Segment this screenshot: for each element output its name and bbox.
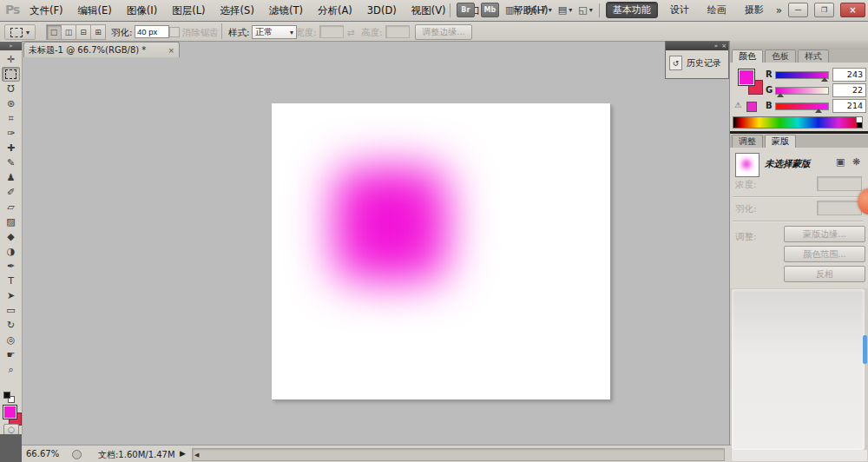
gamut-warning-icon[interactable]: ⚠ (734, 101, 741, 109)
workspace-photography-button[interactable]: 摄影 (739, 3, 770, 17)
workspace-design-button[interactable]: 设计 (664, 3, 695, 17)
tool-rectangle[interactable]: ▭ (2, 303, 20, 318)
tab-adjustments[interactable]: 调整 (732, 135, 763, 148)
tool-move[interactable]: ✛ (2, 52, 20, 67)
tool-pen[interactable]: ✒ (2, 259, 20, 274)
menu-layer[interactable]: 图层(L) (172, 4, 205, 17)
close-icon[interactable]: × (721, 42, 727, 50)
feather-input[interactable] (817, 201, 862, 215)
tool-eyedropper[interactable]: ✑ (2, 126, 20, 141)
new-selection-button[interactable]: □ (46, 24, 62, 40)
panel-collapse-icon[interactable]: » (714, 42, 718, 50)
tab-masks[interactable]: 蒙版 (765, 135, 796, 148)
tool-quick-selection[interactable]: ⊛ (2, 96, 20, 111)
horizontal-scrollbar[interactable]: ◀ (192, 448, 725, 461)
tab-swatches[interactable]: 色板 (765, 50, 796, 63)
b-value-input[interactable]: 214 (832, 99, 866, 113)
restore-button[interactable]: ❐ (814, 3, 834, 17)
scroll-left-icon[interactable]: ◀ (194, 452, 199, 459)
foreground-color-swatch[interactable] (738, 69, 755, 86)
menu-select[interactable]: 选择(S) (220, 4, 254, 17)
tool-brush[interactable]: ✎ (2, 155, 20, 170)
status-icon (72, 450, 82, 459)
menu-file[interactable]: 文件(F) (30, 4, 63, 17)
tool-history-brush[interactable]: ✐ (2, 185, 20, 200)
tool-clone-stamp[interactable]: ♟ (2, 170, 20, 185)
arrange-documents-button[interactable]: ▤▾ (558, 4, 572, 16)
workspace-painting-button[interactable]: 绘画 (701, 3, 733, 17)
tab-color[interactable]: 颜色 (732, 50, 763, 63)
tool-dodge[interactable]: ◑ (2, 244, 20, 259)
tool-3d-orbit[interactable]: ◎ (2, 333, 20, 347)
tool-lasso[interactable]: Ʊ (2, 82, 20, 96)
view-extras-button[interactable]: ▥▾ (505, 4, 519, 16)
g-value-input[interactable]: 22 (832, 83, 866, 97)
mini-bridge-button[interactable]: Mb (481, 3, 499, 17)
antialias-checkbox[interactable] (169, 27, 180, 37)
menu-view[interactable]: 视图(V) (411, 4, 446, 17)
add-vector-mask-icon[interactable]: ❋ (852, 156, 860, 168)
document-canvas[interactable] (272, 103, 610, 399)
style-dropdown[interactable]: 正常 ▾ (252, 25, 297, 39)
workspace-essentials-button[interactable]: 基本功能 (606, 2, 658, 18)
history-panel-body[interactable]: ↺ 历史记录 (666, 50, 728, 76)
subtract-from-selection-button[interactable]: ⊟ (76, 24, 91, 40)
intersect-selection-button[interactable]: ⊞ (90, 24, 106, 40)
b-slider-thumb[interactable] (815, 109, 822, 113)
r-value-input[interactable]: 243 (832, 68, 866, 82)
tab-styles[interactable]: 样式 (798, 50, 829, 63)
tool-eraser[interactable]: ▱ (2, 200, 20, 214)
add-pixel-mask-icon[interactable]: ▣ (836, 156, 845, 168)
color-range-button[interactable]: 颜色范围... (784, 246, 865, 262)
toolbox-collapse-icon[interactable]: » (0, 42, 22, 50)
document-tab[interactable]: 未标题-1 @ 66.7%(RGB/8) * × (23, 42, 180, 57)
menu-filter[interactable]: 滤镜(T) (269, 4, 303, 17)
g-slider-thumb[interactable] (777, 93, 784, 97)
color-spectrum-ramp[interactable] (733, 116, 863, 129)
divider (733, 196, 863, 197)
r-slider-thumb[interactable] (821, 77, 828, 82)
close-icon[interactable]: × (168, 46, 174, 55)
menu-analysis[interactable]: 分析(A) (318, 4, 352, 17)
add-to-selection-button[interactable]: ◫ (61, 24, 76, 40)
tool-blur[interactable]: ◆ (2, 229, 20, 244)
zoom-level-dropdown[interactable]: 66.7▾ (525, 4, 552, 16)
screen-mode-button[interactable]: ◱▾ (578, 4, 592, 16)
height-input[interactable] (385, 25, 410, 38)
width-input[interactable] (319, 25, 344, 38)
more-workspaces-chevron[interactable]: » (776, 4, 782, 16)
tool-path-selection[interactable]: ➤ (2, 288, 20, 303)
mask-thumbnail[interactable] (735, 153, 760, 177)
tool-hand[interactable]: ☛ (2, 347, 20, 362)
bridge-button[interactable]: Br (457, 3, 475, 17)
foreground-color-swatch[interactable] (3, 405, 17, 419)
feather-label: 羽化: (111, 27, 133, 39)
feather-input[interactable] (135, 25, 169, 38)
chevron-down-icon: ▾ (26, 29, 30, 36)
default-swatches-icon[interactable] (3, 392, 14, 402)
refine-edge-button[interactable]: 调整边缘... (415, 24, 472, 40)
tool-spot-healing-brush[interactable]: ✚ (2, 141, 20, 155)
status-menu-arrow-icon[interactable]: ▶ (180, 449, 186, 458)
close-button[interactable]: × (840, 3, 865, 17)
scrollbar-thumb[interactable] (863, 335, 867, 364)
invert-button[interactable]: 反相 (784, 266, 865, 282)
tool-gradient[interactable]: ▨ (2, 214, 20, 229)
tool-crop[interactable]: ⌗ (2, 111, 20, 126)
swap-dimensions-icon[interactable]: ⇄ (347, 27, 355, 37)
mask-edge-button[interactable]: 蒙版边缘... (784, 226, 865, 242)
menu-image[interactable]: 图像(I) (127, 4, 157, 17)
tool-preset-picker[interactable]: ▾ (4, 24, 36, 40)
density-input[interactable] (817, 176, 862, 191)
tool-rectangular-marquee[interactable] (2, 67, 20, 82)
tool-3d-rotate[interactable]: ↻ (2, 318, 20, 333)
menu-3d[interactable]: 3D(D) (367, 4, 397, 17)
clone-stamp-icon: ♟ (7, 173, 16, 182)
minimize-button[interactable]: — (788, 3, 808, 17)
tool-type[interactable]: T (2, 274, 20, 288)
menu-edit[interactable]: 编辑(E) (78, 4, 112, 17)
black-chip[interactable] (857, 122, 862, 128)
gamut-color-chip[interactable] (746, 102, 757, 112)
status-zoom-value[interactable]: 66.67% (26, 449, 66, 459)
tool-zoom[interactable]: ⌕ (2, 362, 20, 377)
